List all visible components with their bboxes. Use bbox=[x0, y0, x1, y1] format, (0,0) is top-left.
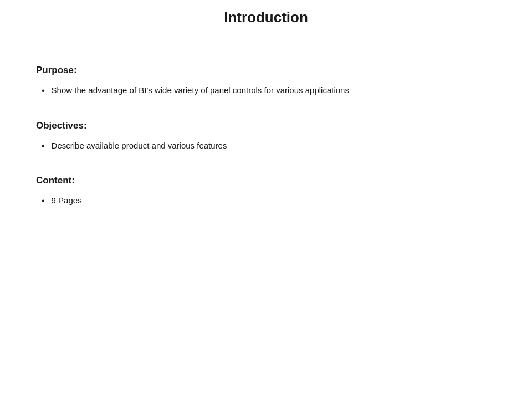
list-item: Describe available product and various f… bbox=[36, 139, 496, 154]
bullet-text: 9 Pages bbox=[52, 194, 82, 207]
section-purpose: Purpose: Show the advantage of BI's wide… bbox=[36, 65, 496, 98]
section-content: Content: 9 Pages bbox=[36, 175, 496, 208]
content-area: Purpose: Show the advantage of BI's wide… bbox=[0, 32, 532, 253]
page-container: Introduction Purpose: Show the advantage… bbox=[0, 0, 532, 399]
bullet-text: Describe available product and various f… bbox=[52, 139, 227, 152]
section-objectives: Objectives: Describe available product a… bbox=[36, 120, 496, 154]
bullet-list-objectives: Describe available product and various f… bbox=[36, 139, 496, 154]
section-heading-objectives: Objectives: bbox=[36, 120, 496, 131]
bullet-list-purpose: Show the advantage of BI's wide variety … bbox=[36, 84, 496, 98]
page-title: Introduction bbox=[0, 0, 532, 32]
section-heading-content: Content: bbox=[36, 175, 496, 186]
list-item: 9 Pages bbox=[36, 194, 496, 208]
bullet-list-content: 9 Pages bbox=[36, 194, 496, 208]
section-heading-purpose: Purpose: bbox=[36, 65, 496, 76]
bullet-text: Show the advantage of BI's wide variety … bbox=[52, 84, 349, 97]
list-item: Show the advantage of BI's wide variety … bbox=[36, 84, 496, 98]
